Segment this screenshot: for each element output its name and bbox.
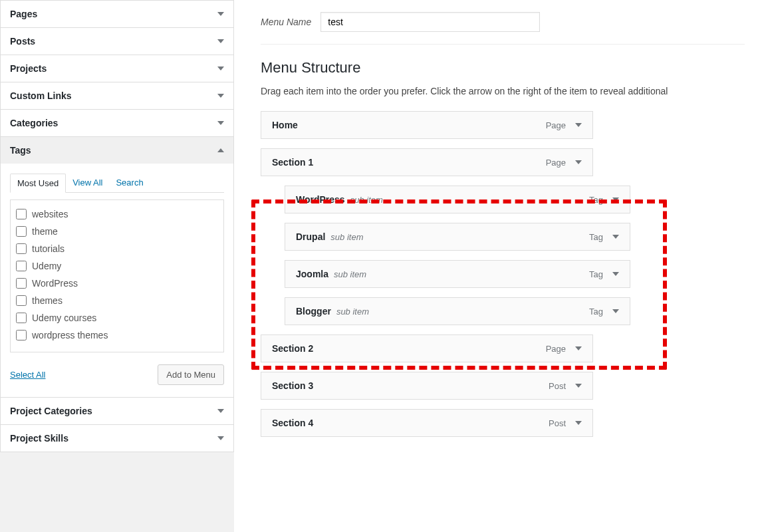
- accordion-project-categories-label: Project Categories: [10, 406, 92, 416]
- menu-item-sublabel: sub item: [336, 307, 369, 317]
- chevron-down-icon[interactable]: [575, 384, 582, 388]
- menu-item-type: Tag: [589, 195, 603, 205]
- chevron-down-icon[interactable]: [575, 346, 582, 350]
- menu-item-type: Page: [546, 158, 566, 168]
- accordion-custom-links[interactable]: Custom Links: [1, 82, 233, 109]
- menu-item-title: Section 1: [272, 157, 313, 168]
- chevron-down-icon[interactable]: [575, 160, 582, 164]
- menu-item-sublabel: sub item: [334, 269, 366, 279]
- tag-checkbox[interactable]: [16, 330, 27, 340]
- tag-item[interactable]: WordPress: [13, 275, 221, 292]
- menu-item-type: Post: [549, 418, 566, 428]
- tab-most-used[interactable]: Most Used: [10, 174, 66, 193]
- menu-item-type: Page: [546, 344, 566, 354]
- chevron-down-icon: [217, 66, 224, 70]
- chevron-down-icon[interactable]: [575, 421, 582, 425]
- menu-item-type: Tag: [589, 307, 603, 317]
- menu-item-title: Section 2: [272, 343, 313, 354]
- chevron-down-icon[interactable]: [612, 235, 619, 239]
- tag-checkbox[interactable]: [16, 295, 27, 306]
- chevron-down-icon[interactable]: [612, 272, 619, 276]
- menu-item-title: WordPress: [296, 194, 345, 205]
- menu-item-title: Joomla: [296, 269, 328, 279]
- accordion-categories-label: Categories: [10, 118, 58, 128]
- menu-item-section-3[interactable]: Section 3 Post: [261, 372, 593, 400]
- chevron-down-icon: [217, 39, 224, 43]
- chevron-down-icon: [217, 121, 224, 125]
- menu-editor: Menu Name Menu Structure Drag each item …: [234, 0, 758, 532]
- accordion-pages[interactable]: Pages: [1, 1, 233, 27]
- accordion-pages-label: Pages: [10, 9, 37, 19]
- menu-item-title: Blogger: [296, 306, 331, 317]
- chevron-down-icon[interactable]: [612, 198, 619, 201]
- chevron-down-icon: [217, 12, 224, 16]
- menu-item-home[interactable]: Home Page: [261, 111, 593, 139]
- tag-checkbox[interactable]: [16, 261, 27, 271]
- tag-item[interactable]: themes: [13, 292, 221, 309]
- menu-item-title: Section 4: [272, 418, 313, 428]
- menu-name-input[interactable]: [320, 12, 540, 32]
- accordion-tags[interactable]: Tags: [1, 137, 233, 164]
- tab-view-all[interactable]: View All: [66, 174, 109, 192]
- tag-checkbox[interactable]: [16, 226, 27, 237]
- tag-item[interactable]: tutorials: [13, 240, 221, 257]
- tags-panel: Most Used View All Search websites theme…: [1, 164, 233, 397]
- add-to-menu-button[interactable]: Add to Menu: [158, 364, 224, 385]
- tag-checkbox[interactable]: [16, 243, 27, 254]
- menu-item-title: Drupal: [296, 231, 325, 242]
- accordion-project-categories[interactable]: Project Categories: [1, 398, 233, 424]
- accordion-project-skills[interactable]: Project Skills: [1, 425, 233, 452]
- menu-item-wordpress[interactable]: WordPress sub item Tag: [285, 186, 630, 213]
- menu-item-type: Tag: [589, 269, 603, 279]
- sidebar: Pages Posts Projects Custom Links: [0, 0, 234, 532]
- tag-checkbox[interactable]: [16, 278, 27, 289]
- menu-item-type: Post: [549, 381, 566, 391]
- chevron-up-icon: [217, 148, 224, 152]
- menu-structure-desc: Drag each item into the order you prefer…: [261, 86, 745, 96]
- accordion-projects[interactable]: Projects: [1, 55, 233, 82]
- accordion-projects-label: Projects: [10, 63, 47, 74]
- menu-item-section-1[interactable]: Section 1 Page: [261, 148, 593, 176]
- menu-item-section-2[interactable]: Section 2 Page: [261, 334, 593, 362]
- menu-item-joomla[interactable]: Joomla sub item Tag: [285, 260, 630, 288]
- tag-label: WordPress: [32, 278, 78, 289]
- tags-list[interactable]: websites theme tutorials Udemy WordPress…: [10, 200, 224, 352]
- menu-items-list: Home Page Section 1 Page WordPress: [261, 111, 745, 437]
- tab-search[interactable]: Search: [109, 174, 150, 192]
- chevron-down-icon[interactable]: [612, 309, 619, 313]
- chevron-down-icon: [217, 436, 224, 440]
- accordion-posts-label: Posts: [10, 36, 35, 47]
- menu-item-title: Home: [272, 120, 298, 130]
- tag-item[interactable]: wordpress themes: [13, 327, 221, 344]
- accordion-tags-label: Tags: [10, 145, 31, 156]
- menu-item-drupal[interactable]: Drupal sub item Tag: [285, 223, 630, 251]
- tag-checkbox[interactable]: [16, 209, 27, 219]
- tag-item[interactable]: websites: [13, 205, 221, 223]
- menu-item-sublabel: sub item: [330, 232, 363, 242]
- tags-tabs: Most Used View All Search: [10, 174, 224, 193]
- menu-item-type: Tag: [589, 232, 603, 242]
- menu-structure-heading: Menu Structure: [261, 59, 745, 76]
- menu-item-type: Page: [546, 120, 566, 130]
- tag-item[interactable]: theme: [13, 223, 221, 240]
- tag-item[interactable]: Udemy courses: [13, 309, 221, 327]
- tag-item[interactable]: Udemy: [13, 257, 221, 275]
- accordion-project-skills-label: Project Skills: [10, 433, 68, 444]
- tag-checkbox[interactable]: [16, 313, 27, 323]
- tag-label: websites: [32, 209, 68, 219]
- tag-label: Udemy: [32, 261, 61, 271]
- menu-item-section-4[interactable]: Section 4 Post: [261, 409, 593, 437]
- tag-label: wordpress themes: [32, 330, 108, 340]
- menu-item-sublabel: sub item: [350, 195, 383, 205]
- accordion-posts[interactable]: Posts: [1, 28, 233, 55]
- select-all-link[interactable]: Select All: [10, 370, 45, 380]
- menu-item-title: Section 3: [272, 380, 313, 391]
- accordion-categories[interactable]: Categories: [1, 110, 233, 136]
- tag-label: theme: [32, 226, 58, 237]
- chevron-down-icon[interactable]: [575, 123, 582, 127]
- menu-item-blogger[interactable]: Blogger sub item Tag: [285, 297, 630, 325]
- menu-name-label: Menu Name: [261, 17, 311, 27]
- chevron-down-icon: [217, 409, 224, 413]
- accordion-custom-links-label: Custom Links: [10, 90, 72, 101]
- chevron-down-icon: [217, 94, 224, 98]
